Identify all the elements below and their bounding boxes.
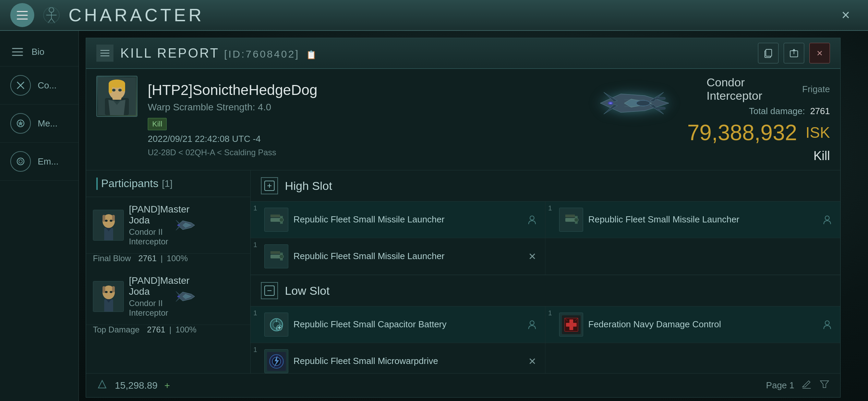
pilot-assigned-icon-2 xyxy=(821,214,833,226)
launcher-icon-3 xyxy=(264,244,288,268)
hamburger-line xyxy=(17,15,28,16)
kill-result: Kill xyxy=(813,149,830,163)
low-slot-header: Low Slot xyxy=(251,275,840,306)
sidebar-combat-label: Co... xyxy=(38,80,57,91)
pilot-name: [HTP2]SonictheHedgeDog xyxy=(148,82,559,98)
sidebar-combat-button[interactable]: Co... xyxy=(0,66,79,105)
svg-rect-66 xyxy=(565,215,575,217)
footer-plus: + xyxy=(165,380,170,391)
main-content: KILL REPORT [ID:7608402] 📋 xyxy=(79,31,868,401)
participant-info-1: [PAND]Master Joda Condor II Interceptor xyxy=(129,204,166,246)
svg-rect-88 xyxy=(566,323,577,327)
top-bar: CHARACTER × xyxy=(0,0,868,31)
svg-marker-98 xyxy=(98,380,106,388)
pilot-avatar xyxy=(96,76,137,117)
avatar-inner-2 xyxy=(93,281,123,312)
pilot-avatar-image xyxy=(97,76,137,116)
svg-point-0 xyxy=(49,8,54,12)
participant-ship-icon-2 xyxy=(171,286,202,307)
svg-point-53 xyxy=(177,296,180,297)
stat-percent-2: 100% xyxy=(176,325,196,334)
svg-rect-22 xyxy=(122,83,125,92)
kill-badge: Kill xyxy=(148,118,167,130)
microwarpdrive-icon-1 xyxy=(264,349,288,373)
svg-point-51 xyxy=(105,291,108,293)
panel-menu-button[interactable] xyxy=(96,45,113,62)
high-slot-section: High Slot 1 xyxy=(251,170,840,275)
kill-location: U2-28D < 02QH-A < Scalding Pass xyxy=(148,148,559,157)
damage-control-icon-1 xyxy=(559,313,583,337)
high-slot-name-1: Republic Fleet Small Missile Launcher xyxy=(293,214,521,226)
high-slot-remove-3[interactable]: ✕ xyxy=(526,250,538,263)
sidebar-bio-label: Bio xyxy=(32,47,45,57)
hamburger-button[interactable] xyxy=(10,3,34,27)
participant-final-blow[interactable]: [PAND]Master Joda Condor II Interceptor xyxy=(86,197,250,254)
high-slot-item-1[interactable]: 1 Republic Fleet Small Miss xyxy=(251,202,545,238)
pilot-assigned-icon-1 xyxy=(526,214,538,226)
low-slot-grid: 1 xyxy=(251,306,840,373)
svg-rect-48 xyxy=(112,286,115,292)
svg-rect-21 xyxy=(109,83,112,93)
panel-header: KILL REPORT [ID:7608402] 📋 xyxy=(86,38,840,69)
panel-close-button[interactable]: × xyxy=(809,43,830,63)
participants-title: Participants xyxy=(101,177,158,190)
stat-damage-1: 2761 xyxy=(138,254,156,263)
sidebar-employment-button[interactable]: Em... xyxy=(0,143,79,181)
export-button[interactable] xyxy=(784,43,804,63)
low-slot-remove-3[interactable]: ✕ xyxy=(526,355,538,367)
svg-point-52 xyxy=(110,291,112,293)
participants-header: Participants [1] xyxy=(86,170,250,197)
top-damage-stats: Top Damage 2761 | 100% xyxy=(86,325,250,340)
participant-info-2: [PAND]Master Joda Condor II Interceptor xyxy=(129,275,166,318)
participant-ship-2: Condor II Interceptor xyxy=(129,299,166,318)
kill-report-panel: KILL REPORT [ID:7608402] 📋 xyxy=(86,38,841,398)
close-icon: × xyxy=(817,47,823,59)
ship-name: Condor Interceptor xyxy=(707,76,795,102)
stat-damage-2: 2761 xyxy=(147,325,165,334)
kill-info-header: [HTP2]SonictheHedgeDog Warp Scramble Str… xyxy=(86,69,840,170)
svg-rect-35 xyxy=(655,107,665,109)
svg-marker-101 xyxy=(820,381,829,388)
footer-filter-button[interactable] xyxy=(819,379,830,392)
svg-point-42 xyxy=(105,220,108,222)
section-bar xyxy=(96,178,98,190)
svg-point-73 xyxy=(279,254,284,258)
footer-edit-button[interactable] xyxy=(801,379,812,392)
low-slot-item-3[interactable]: 1 Republic Fleet Small Micr xyxy=(251,343,545,373)
sidebar-medals-button[interactable]: Me... xyxy=(0,105,79,143)
high-slot-item-3[interactable]: 1 Republic Fleet Small Miss xyxy=(251,238,545,275)
svg-rect-60 xyxy=(270,215,280,217)
low-slot-item-4-empty xyxy=(545,343,840,373)
svg-point-10 xyxy=(17,158,24,165)
panel-actions: × xyxy=(758,43,830,63)
svg-point-31 xyxy=(609,102,612,104)
svg-point-24 xyxy=(118,89,122,92)
low-slot-item-1[interactable]: 1 xyxy=(251,306,545,343)
svg-marker-9 xyxy=(18,121,23,126)
kill-info-details: [HTP2]SonictheHedgeDog Warp Scramble Str… xyxy=(137,76,569,163)
capacitor-icon-1 xyxy=(264,313,288,337)
low-slot-title: Low Slot xyxy=(285,284,329,297)
sidebar-medals-label: Me... xyxy=(38,118,58,129)
high-slot-name-3: Republic Fleet Small Missile Launcher xyxy=(293,251,521,262)
stat-label-2: Top Damage xyxy=(93,325,140,334)
participant-ship-1: Condor II Interceptor xyxy=(129,227,166,246)
svg-rect-34 xyxy=(655,97,665,99)
high-slot-grid: 1 Republic Fleet Small Miss xyxy=(251,202,840,275)
panel-menu-line xyxy=(100,50,109,51)
warp-scramble: Warp Scramble Strength: 4.0 xyxy=(148,102,559,113)
svg-rect-47 xyxy=(103,286,105,293)
low-slot-item-2[interactable]: 1 xyxy=(545,306,840,343)
panel-title-text: KILL REPORT xyxy=(120,46,219,60)
copy-button[interactable] xyxy=(758,43,779,63)
panel-footer: 15,298.89 + Page 1 xyxy=(86,373,840,397)
sidebar-menu-button[interactable]: Bio xyxy=(0,38,79,66)
high-slot-item-2[interactable]: 1 Republic Fleet Small Miss xyxy=(545,202,840,238)
stat-percent-1: 100% xyxy=(167,254,188,263)
svg-point-84 xyxy=(530,321,534,325)
app-close-button[interactable]: × xyxy=(834,3,858,27)
participant-top-damage[interactable]: [PAND]Master Joda Condor II Interceptor xyxy=(86,268,250,325)
footer-icon xyxy=(96,378,108,392)
panel-body: Participants [1] xyxy=(86,170,840,373)
svg-rect-72 xyxy=(270,251,280,254)
